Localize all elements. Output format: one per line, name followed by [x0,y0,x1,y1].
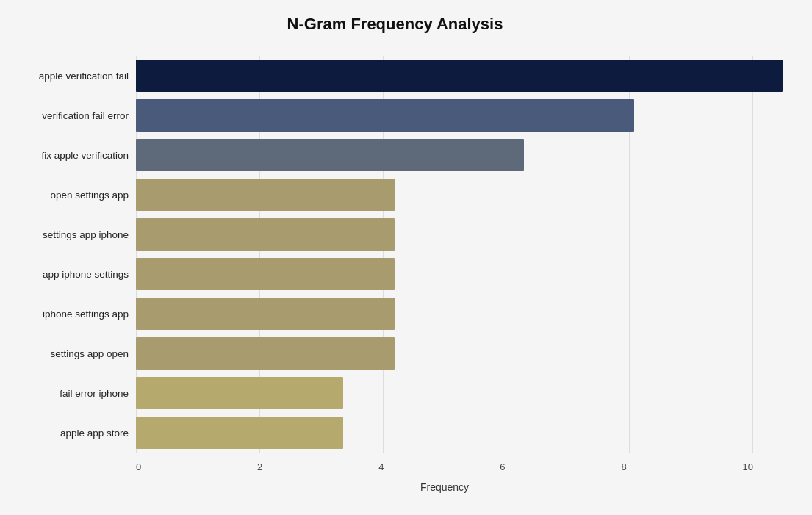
x-tick: 6 [500,461,505,472]
bar-track [136,294,783,334]
bar-track [136,135,783,175]
bar-row: fix apple verification [15,135,783,175]
bar-label: fix apple verification [15,150,136,161]
bar-label: verification fail error [15,110,136,121]
x-tick: 0 [136,461,141,472]
bar-row: settings app iphone [15,215,783,254]
bar-row: fail error iphone [15,373,783,413]
x-tick: 4 [378,461,384,472]
bar-track [136,175,783,215]
bars-wrapper: apple verification failverification fail… [7,56,783,453]
bar-fill [136,99,634,132]
bar-label: apple app store [15,428,136,439]
bar-fill [136,377,343,409]
bar-row: settings app open [15,334,783,373]
bar-row: apple app store [15,413,783,453]
bar-fill [136,218,395,251]
bar-fill [136,60,783,92]
x-ticks: 0246810 [136,458,753,472]
bar-track [136,56,783,96]
bar-track [136,373,783,413]
bar-track [136,215,783,254]
bar-fill [136,179,395,211]
bar-track [136,413,783,453]
bar-fill [136,417,343,449]
bar-label: open settings app [15,190,136,201]
bar-fill [136,139,524,171]
bar-row: verification fail error [15,96,783,135]
bar-label: settings app iphone [15,229,136,240]
x-tick: 2 [257,461,262,472]
bar-row: apple verification fail [15,56,783,96]
x-axis-area: 0246810 [136,458,753,472]
bar-label: app iphone settings [15,269,136,280]
chart-area: apple verification failverification fail… [15,56,783,453]
chart-title: N-Gram Frequency Analysis [7,15,783,34]
x-tick: 8 [621,461,626,472]
bar-fill [136,258,395,290]
bar-fill [136,298,395,330]
bar-row: open settings app [15,175,783,215]
bar-row: app iphone settings [15,254,783,294]
chart-container: N-Gram Frequency Analysis apple verifica… [0,0,812,515]
bar-track [136,334,783,373]
x-axis-label: Frequency [136,481,753,493]
bar-fill [136,337,395,370]
bar-row: iphone settings app [15,294,783,334]
bar-label: settings app open [15,348,136,359]
bar-label: apple verification fail [15,71,136,82]
bar-track [136,96,783,135]
bar-label: fail error iphone [15,388,136,399]
bar-track [136,254,783,294]
x-tick: 10 [742,461,752,472]
bar-label: iphone settings app [15,309,136,320]
